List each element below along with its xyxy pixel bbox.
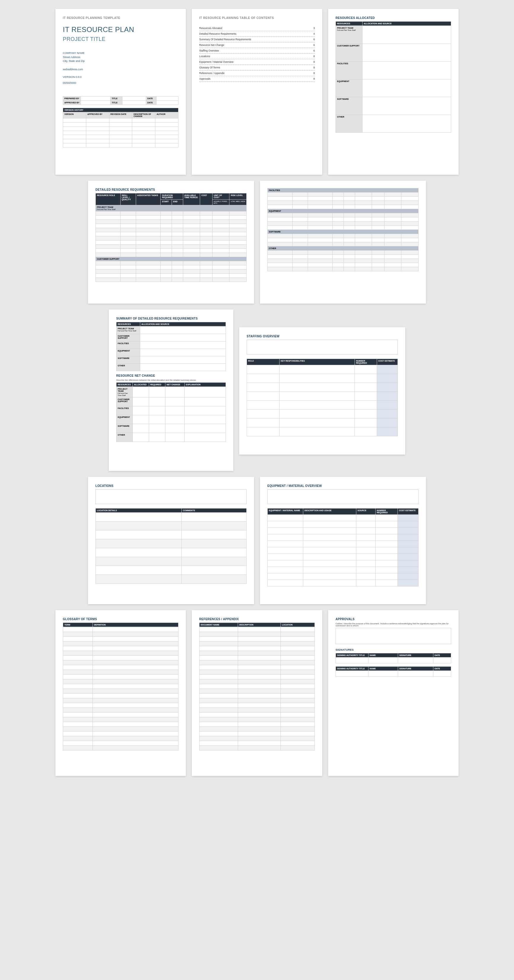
summary-body: PROJECT TEAMFull and Part Time StaffCUST… bbox=[116, 326, 226, 371]
loc-c1: LOCATION DETAILS bbox=[96, 509, 182, 513]
template-header: IT RESOURCE PLANNING TEMPLATE bbox=[63, 16, 179, 19]
toc-item: Staffing Overview6 bbox=[199, 48, 315, 54]
date-value-2 bbox=[156, 101, 179, 105]
table-row: EQUIPMENT bbox=[117, 415, 226, 424]
table-row bbox=[63, 736, 179, 741]
table-row bbox=[96, 522, 247, 530]
street-address: Street Address bbox=[63, 56, 179, 59]
table-row bbox=[63, 679, 179, 684]
table-row bbox=[268, 221, 418, 226]
date-label: 00/00/0000 bbox=[63, 81, 179, 84]
approvals-box bbox=[335, 628, 451, 644]
table-row bbox=[336, 671, 451, 677]
toc-item: Resource Net Change6 bbox=[199, 42, 315, 48]
netchange-table: RESOURCES ALLOCATED REQUIRED NET CHANGE … bbox=[116, 382, 226, 387]
table-row bbox=[200, 660, 315, 665]
h-unit: UNIT OF COST bbox=[212, 193, 230, 200]
locations-title: LOCATIONS bbox=[96, 484, 247, 487]
table-row bbox=[63, 689, 179, 694]
table-row bbox=[268, 573, 418, 580]
table-row bbox=[63, 131, 179, 135]
table-row: PROJECT TEAMFull and Part Time Staff bbox=[336, 26, 451, 44]
table-row bbox=[63, 698, 179, 703]
table-row bbox=[200, 689, 315, 694]
table-row bbox=[96, 266, 247, 269]
page-toc: IT RESOURCE PLANNING TABLE OF CONTENTS R… bbox=[192, 9, 322, 175]
table-row bbox=[200, 708, 315, 713]
page-glossary: GLOSSARY OF TERMS TERM DEFINITION bbox=[56, 610, 186, 776]
page-cover: IT RESOURCE PLANNING TEMPLATE IT RESOURC… bbox=[56, 9, 186, 175]
h-unit-sub: Hourly, Fixed, etc. bbox=[212, 200, 230, 205]
title-value-1 bbox=[123, 97, 146, 101]
sig2-c4: DATE bbox=[433, 667, 451, 671]
loc-c2: COMMENTS bbox=[182, 509, 247, 513]
table-row bbox=[63, 684, 179, 689]
group-equipment: EQUIPMENT bbox=[268, 209, 418, 213]
table-row bbox=[268, 547, 418, 554]
table-row bbox=[268, 217, 418, 221]
table-row bbox=[63, 741, 179, 746]
table-row bbox=[247, 383, 398, 392]
table-row: EQUIPMENT bbox=[336, 80, 451, 97]
table-row bbox=[200, 732, 315, 736]
table-row bbox=[268, 205, 418, 209]
table-row bbox=[200, 713, 315, 717]
table-row bbox=[200, 670, 315, 675]
vh-author: AUTHOR bbox=[155, 112, 179, 118]
table-row bbox=[96, 278, 247, 282]
toc-list: Resources Allocated3Detailed Resource Re… bbox=[199, 25, 315, 82]
table-row bbox=[268, 192, 418, 197]
table-row bbox=[200, 746, 315, 751]
prepared-by-value bbox=[81, 97, 110, 101]
signature-table-1: SIGNING AUTHORITY TITLE NAME SIGNATURE D… bbox=[335, 653, 451, 663]
row-1: IT RESOURCE PLANNING TEMPLATE IT RESOURC… bbox=[9, 9, 505, 175]
table-row bbox=[268, 251, 418, 255]
table-row bbox=[63, 646, 179, 651]
table-row bbox=[63, 123, 179, 127]
toc-item: Resources Allocated3 bbox=[199, 25, 315, 31]
references-body bbox=[199, 627, 315, 751]
table-row bbox=[63, 717, 179, 722]
page-staffing: STAFFING OVERVIEW ROLE KEY RESPONSIBILIT… bbox=[239, 327, 405, 455]
table-row: OTHER bbox=[336, 115, 451, 133]
toc-item: Summary Of Detailed Resource Requirement… bbox=[199, 37, 315, 42]
signatures-label: SIGNATURES bbox=[335, 648, 451, 651]
page-locations: LOCATIONS LOCATION DETAILS COMMENTS bbox=[88, 477, 254, 604]
row-5: GLOSSARY OF TERMS TERM DEFINITION REFERE… bbox=[9, 610, 505, 776]
sig-c4: DATE bbox=[433, 653, 451, 657]
doc-title: IT RESOURCE PLAN bbox=[63, 25, 179, 34]
vh-revdate: REVISION DATE bbox=[109, 112, 132, 118]
table-row: OTHER bbox=[117, 433, 226, 442]
ref-c1: DOCUMENT NAME bbox=[200, 623, 238, 627]
page-references: REFERENCES / APPENDIX DOCUMENT NAME DESC… bbox=[192, 610, 322, 776]
staff-c3: NUMBER REQUIRED bbox=[355, 359, 377, 365]
h-risk-sub: Low, Med, High bbox=[230, 200, 247, 205]
table-row bbox=[63, 694, 179, 698]
table-row bbox=[200, 637, 315, 641]
table-row bbox=[268, 534, 418, 541]
sum-c2: ALLOCATION AND SOURCE bbox=[140, 322, 226, 326]
table-row bbox=[200, 694, 315, 698]
table-row bbox=[200, 675, 315, 679]
row-3: SUMMARY OF DETAILED RESOURCE REQUIREMENT… bbox=[9, 310, 505, 471]
table-row bbox=[63, 656, 179, 660]
prepared-by-label: PREPARED BY bbox=[63, 97, 81, 101]
table-row bbox=[268, 234, 418, 238]
col-resources: RESOURCES bbox=[336, 22, 362, 26]
group-software: SOFTWARE bbox=[268, 230, 418, 234]
nc-c5: EXPLANATION bbox=[185, 383, 226, 387]
glossary-table: TERM DEFINITION bbox=[63, 622, 179, 627]
table-row: FACILITIES bbox=[117, 406, 226, 415]
table-row bbox=[268, 528, 418, 534]
table-row: SOFTWARE bbox=[117, 356, 226, 364]
table-row bbox=[336, 657, 451, 663]
table-row bbox=[63, 651, 179, 656]
table-row bbox=[268, 267, 418, 271]
table-row bbox=[96, 216, 247, 220]
table-row: CUSTOMER SUPPORT bbox=[336, 44, 451, 62]
row-4: LOCATIONS LOCATION DETAILS COMMENTS EQUI… bbox=[9, 477, 505, 604]
table-row bbox=[96, 228, 247, 232]
table-row bbox=[268, 201, 418, 205]
locations-intro bbox=[96, 489, 247, 504]
group-project-team: PROJECT TEAMFull and Part Time Staff bbox=[96, 205, 247, 212]
